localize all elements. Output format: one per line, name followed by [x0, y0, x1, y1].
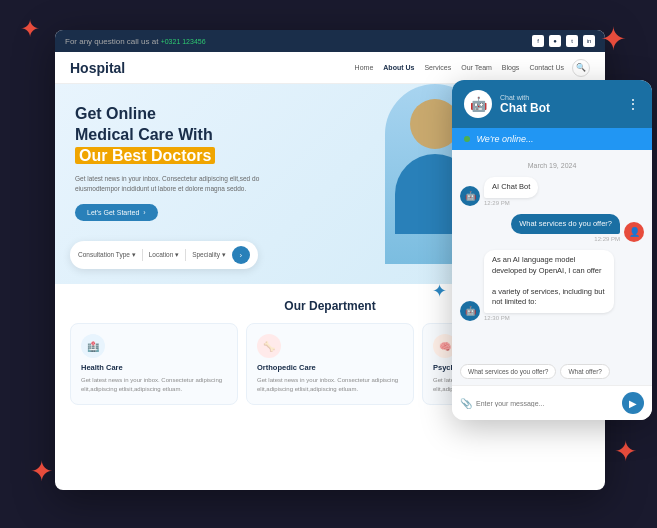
- location-select[interactable]: Location ▾: [149, 251, 179, 259]
- chat-message-input[interactable]: [476, 400, 616, 407]
- dept-card-ortho: 🦴 Orthopedic Care Get latest news in you…: [246, 323, 414, 405]
- chat-header-info: Chat with Chat Bot: [500, 94, 618, 115]
- decoration-star-1: ✦: [20, 15, 40, 43]
- bot-message-1-text: AI Chat Bot: [492, 182, 530, 191]
- bot-avatar-1: 🤖: [460, 186, 480, 206]
- speciality-select[interactable]: Speciality ▾: [192, 251, 226, 259]
- topbar-phone-number: +0321 123456: [161, 38, 206, 45]
- chat-menu-icon[interactable]: ⋮: [626, 96, 640, 112]
- search-divider-1: [142, 249, 143, 261]
- chat-widget: 🤖 Chat with Chat Bot ⋮ We're online... M…: [452, 80, 652, 420]
- chat-bot-icon: 🤖: [464, 90, 492, 118]
- chat-date: March 19, 2024: [460, 162, 644, 169]
- chat-with-label: Chat with: [500, 94, 618, 101]
- nav-services[interactable]: Services: [424, 64, 451, 71]
- chat-message-bot-2: 🤖 As an AI language model developed by O…: [460, 250, 644, 321]
- online-text: We're online...: [477, 134, 534, 144]
- bot-time-2: 12:30 PM: [484, 315, 614, 321]
- decoration-star-4: ✦: [614, 435, 637, 468]
- bot-emoji: 🤖: [470, 96, 487, 112]
- online-indicator: [464, 136, 470, 142]
- nav-contact[interactable]: Contact Us: [529, 64, 564, 71]
- bot-bubble-1: AI Chat Bot: [484, 177, 538, 198]
- chat-body[interactable]: March 19, 2024 🤖 AI Chat Bot 12:29 PM 👤 …: [452, 150, 652, 358]
- user-time-1: 12:29 PM: [511, 236, 620, 242]
- hero-title-highlight: Our Best Doctors: [75, 147, 215, 164]
- hero-subtitle: Get latest news in your inbox. Consectet…: [75, 174, 275, 194]
- nav-blogs[interactable]: Blogs: [502, 64, 520, 71]
- dept-card-health: 🏥 Health Care Get latest news in your in…: [70, 323, 238, 405]
- hero-title-line1: Get Online: [75, 105, 156, 122]
- hero-cta-button[interactable]: Let's Get Started ›: [75, 204, 158, 221]
- chat-footer: 📎 ▶: [452, 385, 652, 420]
- chat-input-area: 📎: [460, 398, 616, 409]
- chat-message-user-1: 👤 What services do you offer? 12:29 PM: [460, 214, 644, 243]
- social-icons: f ● t in: [532, 35, 595, 47]
- suggestion-btn-1[interactable]: What services do you offer?: [460, 364, 556, 379]
- ortho-card-text: Get latest news in your inbox. Consectet…: [257, 376, 403, 394]
- sparkle-decoration: ✦: [432, 280, 447, 302]
- user-bubble-1: What services do you offer?: [511, 214, 620, 235]
- instagram-icon: ●: [549, 35, 561, 47]
- decoration-star-3: ✦: [30, 455, 53, 488]
- nav-links: Home About Us Services Our Team Blogs Co…: [355, 64, 564, 71]
- suggestion-btn-2[interactable]: What offer?: [560, 364, 609, 379]
- chat-bot-name: Chat Bot: [500, 101, 618, 115]
- health-card-text: Get latest news in your inbox. Consectet…: [81, 376, 227, 394]
- nav-home[interactable]: Home: [355, 64, 374, 71]
- ortho-card-title: Orthopedic Care: [257, 363, 403, 372]
- nav-team[interactable]: Our Team: [461, 64, 492, 71]
- twitter-icon: t: [566, 35, 578, 47]
- topbar-phone-text: For any question call us at: [65, 37, 158, 46]
- top-bar: For any question call us at +0321 123456…: [55, 30, 605, 52]
- chat-suggestions: What services do you offer? What offer?: [452, 358, 652, 385]
- linkedin-icon: in: [583, 35, 595, 47]
- search-divider-2: [185, 249, 186, 261]
- health-card-title: Health Care: [81, 363, 227, 372]
- chat-send-button[interactable]: ▶: [622, 392, 644, 414]
- site-logo: Hospital: [70, 60, 125, 76]
- search-icon[interactable]: 🔍: [572, 59, 590, 77]
- user-avatar-1: 👤: [624, 222, 644, 242]
- hero-title-line2: Medical Care With: [75, 126, 213, 143]
- ortho-icon: 🦴: [257, 334, 281, 358]
- search-go-button[interactable]: ›: [232, 246, 250, 264]
- bot-bubble-2: As an AI language model developed by Ope…: [484, 250, 614, 313]
- chat-online-banner: We're online...: [452, 128, 652, 150]
- facebook-icon: f: [532, 35, 544, 47]
- bot-avatar-2: 🤖: [460, 301, 480, 321]
- decoration-star-2: ✦: [600, 20, 627, 58]
- send-icon: ▶: [629, 398, 637, 409]
- bot-time-1: 12:29 PM: [484, 200, 538, 206]
- nav-about[interactable]: About Us: [383, 64, 414, 71]
- chat-message-bot-1: 🤖 AI Chat Bot 12:29 PM: [460, 177, 644, 206]
- health-icon: 🏥: [81, 334, 105, 358]
- search-bar: Consultation Type ▾ Location ▾ Specialit…: [70, 241, 258, 269]
- chat-header: 🤖 Chat with Chat Bot ⋮: [452, 80, 652, 128]
- consultation-type-select[interactable]: Consultation Type ▾: [78, 251, 136, 259]
- attach-icon[interactable]: 📎: [460, 398, 472, 409]
